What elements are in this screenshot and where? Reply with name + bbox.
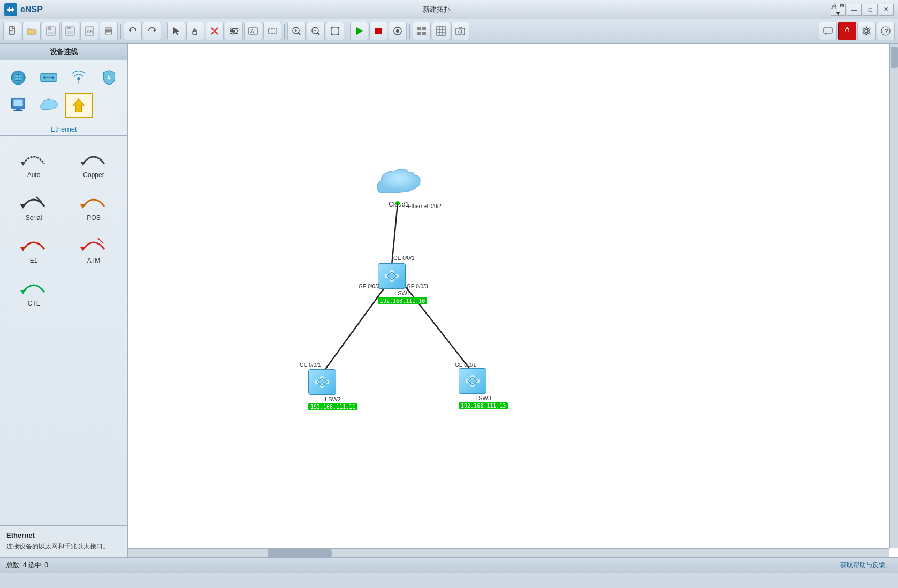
- help-button[interactable]: ?: [877, 22, 895, 40]
- atm-cable-icon: [78, 229, 110, 256]
- save-new-button[interactable]: [42, 22, 60, 40]
- svg-rect-51: [824, 27, 832, 33]
- title-bar-left: eNSP: [4, 3, 43, 16]
- e1-label: E1: [30, 257, 38, 264]
- toolbar-separator-3: [284, 24, 285, 39]
- device-switch[interactable]: [35, 65, 63, 90]
- minimize-button[interactable]: —: [847, 4, 862, 16]
- router-icon: [7, 68, 29, 87]
- cable-atm[interactable]: ATM: [64, 226, 123, 268]
- select-button[interactable]: [167, 22, 185, 40]
- svg-marker-72: [80, 162, 86, 166]
- main-area: 设备连线: [0, 44, 898, 557]
- label-button[interactable]: A: [244, 22, 262, 40]
- lsw1-box: [378, 263, 406, 289]
- lsw3-switch-icon: [462, 372, 483, 390]
- toolbar-separator-2: [164, 24, 164, 39]
- zoom-in-button[interactable]: [287, 22, 306, 40]
- svg-rect-42: [417, 32, 421, 35]
- svg-rect-44: [437, 27, 445, 35]
- topology-button[interactable]: [413, 22, 431, 40]
- svg-rect-8: [67, 27, 71, 29]
- svg-rect-41: [422, 27, 426, 30]
- svg-rect-68: [16, 109, 21, 110]
- svg-rect-67: [14, 100, 23, 106]
- fit-button[interactable]: [326, 22, 344, 40]
- config-button[interactable]: [225, 22, 243, 40]
- svg-marker-73: [20, 204, 26, 209]
- device-wireless[interactable]: [65, 65, 93, 90]
- ethernet-icon: [68, 96, 89, 115]
- new-file-button[interactable]: [3, 22, 21, 40]
- scrollbar-thumb-h[interactable]: [268, 549, 332, 557]
- auto-cable-icon: [18, 143, 50, 170]
- svg-line-78: [98, 238, 103, 243]
- scrollbar-vertical[interactable]: [889, 44, 898, 548]
- lsw3-port-ge001: GE 0/0/1: [455, 362, 476, 368]
- stop-all-button[interactable]: [369, 22, 387, 40]
- info-title: Ethernet: [6, 531, 121, 539]
- save-button[interactable]: [61, 22, 79, 40]
- lsw2-ip: 192.168.111.11: [308, 403, 357, 410]
- hand-button[interactable]: [186, 22, 204, 40]
- lsw2-node[interactable]: LSW2 192.168.111.11: [308, 369, 357, 410]
- huawei-button[interactable]: [838, 22, 856, 40]
- svg-marker-70: [73, 99, 85, 112]
- svg-marker-36: [356, 27, 363, 35]
- cable-grid: Auto Copper: [0, 136, 127, 315]
- cable-serial[interactable]: Serial: [4, 183, 63, 225]
- delete-button[interactable]: [206, 22, 224, 40]
- scrollbar-horizontal[interactable]: [128, 548, 889, 557]
- rectangle-button[interactable]: [263, 22, 281, 40]
- cloud1-icon: [372, 161, 425, 203]
- lsw3-ip: 192.168.111.13: [459, 402, 508, 409]
- print-button[interactable]: [100, 22, 118, 40]
- svg-point-63: [77, 77, 80, 80]
- capture-button[interactable]: [389, 22, 407, 40]
- redo-button[interactable]: [143, 22, 161, 40]
- cable-pos[interactable]: POS: [64, 183, 123, 225]
- zoom-out-button[interactable]: [307, 22, 325, 40]
- cable-copper[interactable]: Copper: [64, 140, 123, 182]
- auto-label: Auto: [27, 171, 41, 179]
- chat-button[interactable]: [819, 22, 837, 40]
- status-help[interactable]: 获取帮助与反馈。: [840, 561, 892, 570]
- menu-button[interactable]: 菜 单▼: [831, 4, 846, 16]
- toolbar: AS A: [0, 19, 898, 44]
- open-file-button[interactable]: [22, 22, 41, 40]
- grid-button[interactable]: [432, 22, 450, 40]
- snapshot-button[interactable]: [451, 22, 469, 40]
- close-button[interactable]: ✕: [879, 4, 894, 16]
- svg-point-39: [396, 29, 399, 33]
- save-as-button[interactable]: AS: [80, 22, 98, 40]
- device-pc[interactable]: [4, 93, 33, 118]
- svg-text:A: A: [250, 28, 254, 34]
- ethernet-section-label: Ethernet: [0, 123, 127, 136]
- settings-button[interactable]: [857, 22, 876, 40]
- scrollbar-thumb-v[interactable]: [891, 47, 898, 68]
- device-cloud[interactable]: [35, 93, 63, 118]
- lsw3-node[interactable]: LSW3 192.168.111.13: [459, 368, 508, 409]
- lsw3-label: LSW3: [459, 395, 508, 401]
- undo-button[interactable]: [124, 22, 142, 40]
- canvas-area[interactable]: Cloud1 Ethernet 0/0/2 GE 0/0/1 LSW1 192.…: [128, 44, 898, 557]
- device-security[interactable]: #: [95, 65, 124, 90]
- lsw2-port-ge001: GE 0/0/1: [300, 362, 321, 368]
- svg-rect-49: [456, 28, 465, 35]
- svg-marker-76: [20, 247, 26, 251]
- svg-point-50: [459, 30, 462, 33]
- device-ethernet[interactable]: [65, 93, 93, 118]
- device-grid: #: [0, 60, 127, 123]
- cloud1-node[interactable]: Cloud1: [372, 161, 425, 208]
- start-all-button[interactable]: [350, 22, 368, 40]
- svg-marker-16: [153, 29, 155, 32]
- lsw2-label: LSW2: [308, 396, 357, 402]
- cable-ctl[interactable]: CTL: [4, 269, 63, 310]
- device-router[interactable]: [4, 65, 33, 90]
- cloud-device-icon: [38, 96, 59, 115]
- cable-e1[interactable]: E1: [4, 226, 63, 268]
- title-bar: eNSP 新建拓扑 菜 单▼ — □ ✕: [0, 0, 898, 19]
- svg-marker-77: [80, 247, 86, 251]
- cable-auto[interactable]: Auto: [4, 140, 63, 182]
- maximize-button[interactable]: □: [863, 4, 878, 16]
